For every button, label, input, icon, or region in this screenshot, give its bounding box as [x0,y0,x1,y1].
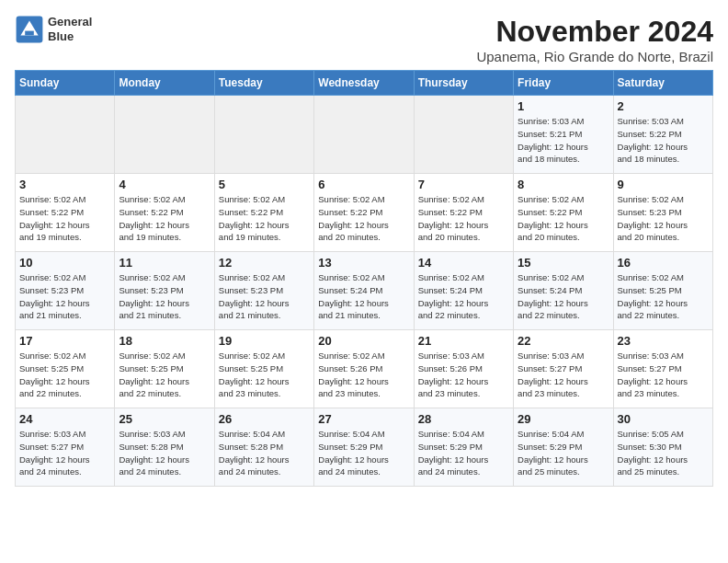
calendar-cell [314,96,414,174]
weekday-header: Saturday [613,71,712,96]
calendar-week-row: 24Sunrise: 5:03 AM Sunset: 5:27 PM Dayli… [16,408,713,487]
calendar-cell [115,96,214,174]
day-number: 15 [518,256,609,270]
day-number: 17 [19,334,110,348]
day-info: Sunrise: 5:02 AM Sunset: 5:22 PM Dayligh… [119,193,210,244]
day-number: 20 [318,334,409,348]
calendar-cell: 27Sunrise: 5:04 AM Sunset: 5:29 PM Dayli… [314,408,414,487]
day-info: Sunrise: 5:03 AM Sunset: 5:26 PM Dayligh… [418,350,509,400]
calendar-cell: 22Sunrise: 5:03 AM Sunset: 5:27 PM Dayli… [514,330,613,408]
day-info: Sunrise: 5:02 AM Sunset: 5:23 PM Dayligh… [19,271,110,322]
day-info: Sunrise: 5:02 AM Sunset: 5:22 PM Dayligh… [418,193,509,244]
calendar-cell: 11Sunrise: 5:02 AM Sunset: 5:23 PM Dayli… [115,252,214,330]
calendar-cell [16,96,115,174]
day-info: Sunrise: 5:03 AM Sunset: 5:28 PM Dayligh… [119,428,210,478]
calendar-cell: 28Sunrise: 5:04 AM Sunset: 5:29 PM Dayli… [414,408,513,487]
month-title: November 2024 [476,15,713,49]
calendar-cell: 6Sunrise: 5:02 AM Sunset: 5:22 PM Daylig… [314,174,414,252]
calendar-cell: 4Sunrise: 5:02 AM Sunset: 5:22 PM Daylig… [115,174,214,252]
calendar-cell: 2Sunrise: 5:03 AM Sunset: 5:22 PM Daylig… [613,96,712,174]
calendar-cell: 23Sunrise: 5:03 AM Sunset: 5:27 PM Dayli… [613,330,712,408]
weekday-header: Wednesday [314,71,414,96]
day-info: Sunrise: 5:04 AM Sunset: 5:29 PM Dayligh… [518,428,609,478]
day-number: 23 [618,334,709,348]
calendar-header: SundayMondayTuesdayWednesdayThursdayFrid… [16,71,713,96]
calendar-cell: 26Sunrise: 5:04 AM Sunset: 5:28 PM Dayli… [214,408,313,487]
day-info: Sunrise: 5:03 AM Sunset: 5:27 PM Dayligh… [518,350,609,400]
weekday-header: Friday [514,71,613,96]
calendar-cell: 17Sunrise: 5:02 AM Sunset: 5:25 PM Dayli… [16,330,115,408]
day-number: 5 [219,178,310,191]
calendar-cell: 21Sunrise: 5:03 AM Sunset: 5:26 PM Dayli… [414,330,513,408]
day-info: Sunrise: 5:05 AM Sunset: 5:30 PM Dayligh… [618,428,709,478]
calendar-cell [214,96,313,174]
day-number: 25 [119,412,210,426]
day-info: Sunrise: 5:03 AM Sunset: 5:22 PM Dayligh… [618,115,709,166]
calendar-cell: 20Sunrise: 5:02 AM Sunset: 5:26 PM Dayli… [314,330,414,408]
day-info: Sunrise: 5:04 AM Sunset: 5:28 PM Dayligh… [219,428,310,478]
title-section: November 2024 Upanema, Rio Grande do Nor… [476,15,713,64]
calendar-cell: 29Sunrise: 5:04 AM Sunset: 5:29 PM Dayli… [514,408,613,487]
svg-rect-2 [25,31,34,36]
day-info: Sunrise: 5:03 AM Sunset: 5:21 PM Dayligh… [518,115,609,166]
calendar-cell: 25Sunrise: 5:03 AM Sunset: 5:28 PM Dayli… [115,408,214,487]
day-number: 14 [418,256,509,270]
calendar-cell: 19Sunrise: 5:02 AM Sunset: 5:25 PM Dayli… [214,330,313,408]
calendar-cell: 13Sunrise: 5:02 AM Sunset: 5:24 PM Dayli… [314,252,414,330]
day-info: Sunrise: 5:04 AM Sunset: 5:29 PM Dayligh… [318,428,409,478]
calendar-cell: 30Sunrise: 5:05 AM Sunset: 5:30 PM Dayli… [613,408,712,487]
day-number: 16 [618,256,709,270]
weekday-header: Sunday [16,71,115,96]
day-info: Sunrise: 5:02 AM Sunset: 5:25 PM Dayligh… [219,350,310,400]
header: General Blue November 2024 Upanema, Rio … [15,15,713,64]
calendar-table: SundayMondayTuesdayWednesdayThursdayFrid… [15,70,713,487]
calendar-cell: 16Sunrise: 5:02 AM Sunset: 5:25 PM Dayli… [613,252,712,330]
day-info: Sunrise: 5:02 AM Sunset: 5:22 PM Dayligh… [19,193,110,244]
day-info: Sunrise: 5:02 AM Sunset: 5:24 PM Dayligh… [318,271,409,322]
day-info: Sunrise: 5:04 AM Sunset: 5:29 PM Dayligh… [418,428,509,478]
weekday-header: Thursday [414,71,513,96]
day-number: 29 [518,412,609,426]
day-number: 24 [19,412,110,426]
day-info: Sunrise: 5:02 AM Sunset: 5:23 PM Dayligh… [618,193,709,244]
day-info: Sunrise: 5:03 AM Sunset: 5:27 PM Dayligh… [618,350,709,400]
calendar-cell [414,96,513,174]
weekday-header: Tuesday [214,71,313,96]
day-info: Sunrise: 5:02 AM Sunset: 5:23 PM Dayligh… [219,271,310,322]
calendar-week-row: 17Sunrise: 5:02 AM Sunset: 5:25 PM Dayli… [16,330,713,408]
day-number: 27 [318,412,409,426]
calendar-cell: 9Sunrise: 5:02 AM Sunset: 5:23 PM Daylig… [613,174,712,252]
day-number: 3 [19,178,110,191]
day-number: 22 [518,334,609,348]
day-info: Sunrise: 5:02 AM Sunset: 5:24 PM Dayligh… [518,271,609,322]
day-number: 28 [418,412,509,426]
calendar-cell: 14Sunrise: 5:02 AM Sunset: 5:24 PM Dayli… [414,252,513,330]
calendar-cell: 1Sunrise: 5:03 AM Sunset: 5:21 PM Daylig… [514,96,613,174]
calendar-cell: 24Sunrise: 5:03 AM Sunset: 5:27 PM Dayli… [16,408,115,487]
logo-line1: General [48,15,92,29]
day-info: Sunrise: 5:02 AM Sunset: 5:22 PM Dayligh… [219,193,310,244]
calendar-cell: 12Sunrise: 5:02 AM Sunset: 5:23 PM Dayli… [214,252,313,330]
calendar-cell: 15Sunrise: 5:02 AM Sunset: 5:24 PM Dayli… [514,252,613,330]
day-info: Sunrise: 5:02 AM Sunset: 5:24 PM Dayligh… [418,271,509,322]
logo-icon [15,15,44,44]
day-number: 12 [219,256,310,270]
logo: General Blue [15,15,92,44]
weekday-header: Monday [115,71,214,96]
day-info: Sunrise: 5:03 AM Sunset: 5:27 PM Dayligh… [19,428,110,478]
location-title: Upanema, Rio Grande do Norte, Brazil [476,49,713,64]
day-info: Sunrise: 5:02 AM Sunset: 5:22 PM Dayligh… [518,193,609,244]
calendar-body: 1Sunrise: 5:03 AM Sunset: 5:21 PM Daylig… [16,96,713,487]
day-number: 1 [518,99,609,113]
day-number: 13 [318,256,409,270]
day-number: 8 [518,178,609,191]
day-number: 2 [618,99,709,113]
calendar-cell: 18Sunrise: 5:02 AM Sunset: 5:25 PM Dayli… [115,330,214,408]
calendar-week-row: 3Sunrise: 5:02 AM Sunset: 5:22 PM Daylig… [16,174,713,252]
day-info: Sunrise: 5:02 AM Sunset: 5:25 PM Dayligh… [19,350,110,400]
day-number: 4 [119,178,210,191]
calendar-week-row: 1Sunrise: 5:03 AM Sunset: 5:21 PM Daylig… [16,96,713,174]
day-info: Sunrise: 5:02 AM Sunset: 5:23 PM Dayligh… [119,271,210,322]
calendar-cell: 8Sunrise: 5:02 AM Sunset: 5:22 PM Daylig… [514,174,613,252]
calendar-week-row: 10Sunrise: 5:02 AM Sunset: 5:23 PM Dayli… [16,252,713,330]
